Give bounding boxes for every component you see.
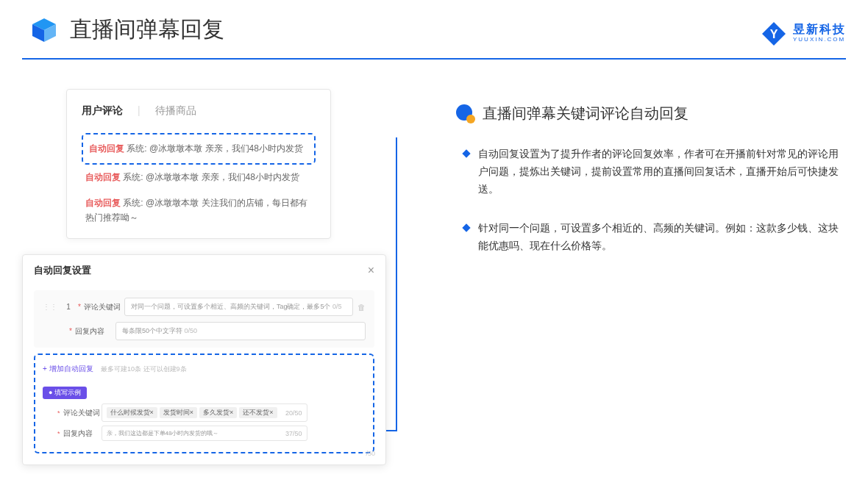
add-reply-link[interactable]: + 增加自动回复 bbox=[43, 364, 93, 374]
comment-item: 自动回复 系统: @冰墩墩本墩 亲亲，我们48小时内发货 bbox=[82, 133, 316, 165]
diamond-icon bbox=[462, 224, 470, 232]
brand-name: 昱新科技 bbox=[793, 24, 846, 35]
brand-sub: YUUXIN.COM bbox=[793, 35, 846, 43]
settings-title: 自动回复设置 bbox=[34, 264, 91, 277]
ex-content-label: 回复内容 bbox=[63, 428, 102, 439]
auto-reply-tag: 自动回复 bbox=[85, 198, 121, 208]
ex-content-input[interactable]: 亲，我们这边都是下单48小时内发货的哦～ 37/50 bbox=[102, 426, 307, 441]
auto-reply-tag: 自动回复 bbox=[89, 143, 124, 154]
brand-logo: Y 昱新科技 YUUXIN.COM bbox=[761, 21, 846, 47]
required-mark: * bbox=[57, 430, 60, 437]
close-icon[interactable]: × bbox=[368, 264, 374, 277]
example-badge: ● 填写示例 bbox=[43, 387, 87, 399]
bullet-text: 针对同一个问题，可设置多个相近的、高频的关键词。例如：这款多少钱、这块能优惠吗、… bbox=[478, 220, 846, 255]
required-mark: * bbox=[78, 303, 81, 311]
settings-modal: 自动回复设置 × ⋮⋮ 1 * 评论关键词 对同一个问题，可设置多个相近、高频的… bbox=[22, 254, 386, 465]
bottom-counter: /50 bbox=[366, 450, 375, 457]
bullet-item: 针对同一个问题，可设置多个相近的、高频的关键词。例如：这款多少钱、这块能优惠吗、… bbox=[463, 220, 846, 255]
svg-text:Y: Y bbox=[770, 28, 778, 40]
delete-icon[interactable]: 🗑 bbox=[357, 303, 366, 312]
diamond-icon bbox=[462, 149, 470, 157]
cube-icon bbox=[29, 15, 59, 45]
ex-kw-counter: 20/50 bbox=[285, 409, 302, 417]
comment-text: @冰墩墩本墩 亲亲，我们48小时内发货 bbox=[149, 143, 303, 154]
keyword-input[interactable]: 对同一个问题，可设置多个相近、高频的关键词，Tag确定，最多5个 0/5 bbox=[124, 298, 353, 316]
tag-chip[interactable]: 多久发货× bbox=[199, 407, 237, 418]
keyword-label: 评论关键词 bbox=[84, 302, 124, 312]
tag-chip[interactable]: 什么时候发货× bbox=[107, 407, 157, 418]
required-mark: * bbox=[69, 327, 72, 335]
example-box: + 增加自动回复 最多可建10条 还可以创建9条 ● 填写示例 * 评论关键词 … bbox=[34, 354, 374, 453]
comment-item: 自动回复 系统: @冰墩墩本墩 关注我们的店铺，每日都有热门推荐呦～ bbox=[82, 190, 316, 230]
system-tag: 系统: bbox=[123, 172, 143, 182]
comment-text: @冰墩墩本墩 亲亲，我们48小时内发货 bbox=[146, 172, 299, 182]
ex-keyword-input[interactable]: 什么时候发货× 发货时间× 多久发货× 还不发货× 20/50 bbox=[102, 403, 307, 422]
content-input[interactable]: 每条限50个中文字符 0/50 bbox=[115, 322, 366, 340]
auto-reply-tag: 自动回复 bbox=[85, 172, 121, 182]
tab-products[interactable]: 待播商品 bbox=[155, 104, 196, 122]
row-number: 1 bbox=[62, 303, 75, 311]
section-icon bbox=[456, 104, 475, 123]
tag-chip[interactable]: 发货时间× bbox=[160, 407, 197, 418]
content-counter: 0/50 bbox=[184, 327, 197, 334]
keyword-counter: 0/5 bbox=[332, 303, 342, 310]
tag-chip[interactable]: 还不发货× bbox=[239, 407, 277, 418]
section-title: 直播间弹幕关键词评论自动回复 bbox=[483, 104, 689, 123]
required-mark: * bbox=[57, 409, 60, 417]
drag-handle-icon[interactable]: ⋮⋮ bbox=[43, 303, 57, 311]
tabs: 用户评论 | 待播商品 bbox=[82, 104, 316, 122]
add-hint: 最多可建10条 还可以创建9条 bbox=[101, 365, 187, 373]
brand-icon: Y bbox=[761, 21, 787, 47]
comment-card: 用户评论 | 待播商品 自动回复 系统: @冰墩墩本墩 亲亲，我们48小时内发货… bbox=[66, 89, 331, 239]
content-label: 回复内容 bbox=[75, 326, 115, 337]
ex-keyword-label: 评论关键词 bbox=[63, 408, 102, 418]
page-title: 直播间弹幕回复 bbox=[70, 15, 224, 45]
bullet-text: 自动回复设置为了提升作者的评论回复效率，作者可在开播前针对常见的评论用户问题，提… bbox=[478, 146, 846, 198]
system-tag: 系统: bbox=[123, 198, 143, 208]
ex-content-counter: 37/50 bbox=[285, 430, 302, 437]
tab-comments[interactable]: 用户评论 bbox=[82, 104, 123, 122]
tab-separator: | bbox=[138, 104, 140, 122]
system-tag: 系统: bbox=[127, 143, 146, 154]
bullet-item: 自动回复设置为了提升作者的评论回复效率，作者可在开播前针对常见的评论用户问题，提… bbox=[463, 146, 846, 198]
comment-item: 自动回复 系统: @冰墩墩本墩 亲亲，我们48小时内发货 bbox=[82, 165, 316, 190]
